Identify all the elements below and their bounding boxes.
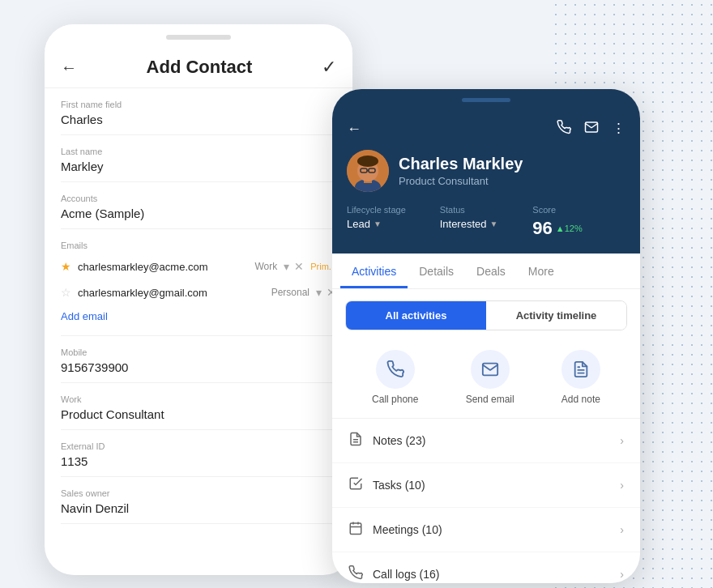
meetings-chevron: › bbox=[620, 523, 624, 536]
meetings-label: Meetings (10) bbox=[373, 523, 442, 536]
tab-details[interactable]: Details bbox=[408, 254, 465, 288]
right-phone-notch-bar bbox=[332, 89, 640, 110]
activity-timeline-button[interactable]: Activity timeline bbox=[486, 301, 626, 330]
mobile-field: Mobile 9156739900 bbox=[61, 336, 336, 383]
back-button[interactable]: ← bbox=[61, 58, 77, 77]
right-phone-notch bbox=[462, 98, 510, 102]
send-email-label: Send email bbox=[466, 394, 514, 405]
first-name-value[interactable]: Charles bbox=[61, 113, 336, 126]
add-contact-header: ← Add Contact ✓ bbox=[45, 50, 352, 88]
last-name-label: Last name bbox=[61, 147, 336, 156]
email-row-2: ☆ charlesmarkley@gmail.com Personal ▾ ✕ bbox=[61, 279, 336, 305]
phone-notch bbox=[166, 35, 231, 40]
tasks-chevron: › bbox=[620, 479, 624, 492]
email-address-2: charlesmarkley@gmail.com bbox=[78, 287, 262, 299]
more-icon[interactable]: ⋮ bbox=[612, 120, 625, 138]
activity-list: Notes (23) › Tasks (10) › Meetings (10) … bbox=[332, 419, 640, 583]
meetings-list-item[interactable]: Meetings (10) › bbox=[332, 508, 640, 552]
email-star-1[interactable]: ★ bbox=[61, 260, 71, 273]
confirm-button[interactable]: ✓ bbox=[322, 57, 336, 78]
add-email-button[interactable]: Add email bbox=[61, 305, 336, 327]
contact-info: Charles Markley Product Consultant bbox=[347, 150, 625, 192]
external-id-value[interactable]: 1135 bbox=[61, 454, 336, 468]
all-activities-button[interactable]: All activities bbox=[346, 301, 486, 330]
email-row-1: ★ charlesmarkley@acme.com Work ▾ ✕ Prim.… bbox=[61, 254, 336, 279]
mobile-label: Mobile bbox=[61, 347, 336, 357]
last-name-field: Last name Markley bbox=[61, 135, 336, 182]
add-note-action[interactable]: Add note bbox=[561, 350, 600, 405]
email-dropdown-2[interactable]: ▾ bbox=[316, 286, 322, 299]
email-star-2[interactable]: ☆ bbox=[61, 286, 71, 299]
tasks-list-item[interactable]: Tasks (10) › bbox=[332, 463, 640, 508]
call-logs-icon bbox=[348, 565, 363, 583]
contact-title: Product Consultant bbox=[399, 175, 523, 187]
email-address-1: charlesmarkley@acme.com bbox=[78, 261, 245, 273]
action-icons-bar: Call phone Send email Add note bbox=[332, 342, 640, 419]
add-contact-phone: ← Add Contact ✓ First name field Charles… bbox=[45, 24, 352, 575]
email-dropdown-1[interactable]: ▾ bbox=[284, 260, 289, 273]
tasks-icon bbox=[348, 476, 363, 494]
tab-deals[interactable]: Deals bbox=[465, 254, 517, 288]
avatar bbox=[347, 150, 389, 192]
last-name-value[interactable]: Markley bbox=[61, 160, 336, 173]
score-label: Score bbox=[532, 205, 625, 215]
contact-meta: Lifecycle stage Lead ▼ Status Interested… bbox=[347, 205, 625, 239]
score-value: 96 bbox=[532, 218, 552, 239]
email-type-1: Work bbox=[254, 261, 277, 272]
email-type-2: Personal bbox=[271, 287, 310, 298]
score-field: Score 96 ▲12% bbox=[532, 205, 625, 239]
contact-name: Charles Markley bbox=[399, 155, 523, 173]
status-dropdown-arrow[interactable]: ▼ bbox=[490, 219, 498, 228]
notes-chevron: › bbox=[620, 434, 624, 447]
call-logs-list-item[interactable]: Call logs (16) › bbox=[332, 552, 640, 583]
tab-activities[interactable]: Activities bbox=[340, 254, 408, 288]
lifecycle-stage: Lifecycle stage Lead ▼ bbox=[347, 205, 440, 239]
sales-owner-value[interactable]: Navin Denzil bbox=[61, 501, 336, 515]
status-field: Status Interested ▼ bbox=[440, 205, 533, 239]
accounts-field: Accounts Acme (Sample) bbox=[61, 182, 336, 229]
work-label: Work bbox=[61, 394, 336, 404]
lifecycle-value[interactable]: Lead ▼ bbox=[347, 218, 440, 230]
sales-owner-field: Sales owner Navin Denzil bbox=[61, 477, 336, 524]
email-icon[interactable] bbox=[584, 120, 599, 138]
send-email-action[interactable]: Send email bbox=[466, 350, 514, 405]
contact-header: ← ⋮ bbox=[332, 110, 640, 254]
add-note-icon-circle bbox=[561, 350, 600, 389]
first-name-label: First name field bbox=[61, 100, 336, 109]
tabs-bar: Activities Details Deals More bbox=[332, 254, 640, 289]
mobile-value[interactable]: 9156739900 bbox=[61, 360, 336, 374]
lifecycle-dropdown-arrow[interactable]: ▼ bbox=[374, 219, 382, 228]
contact-detail-phone: ← ⋮ bbox=[332, 89, 640, 583]
call-logs-label: Call logs (16) bbox=[373, 568, 439, 581]
send-email-icon-circle bbox=[471, 350, 510, 389]
call-logs-chevron: › bbox=[620, 568, 624, 581]
status-label: Status bbox=[440, 205, 533, 215]
work-field: Work Product Consultant bbox=[61, 383, 336, 430]
work-value[interactable]: Product Consultant bbox=[61, 407, 336, 421]
emails-label: Emails bbox=[61, 241, 336, 250]
contact-back-button[interactable]: ← bbox=[347, 121, 361, 138]
page-title: Add Contact bbox=[147, 57, 253, 78]
svg-rect-12 bbox=[350, 523, 361, 535]
status-value[interactable]: Interested ▼ bbox=[440, 218, 533, 230]
tab-more[interactable]: More bbox=[517, 254, 566, 288]
external-id-field: External ID 1135 bbox=[61, 430, 336, 477]
accounts-value[interactable]: Acme (Sample) bbox=[61, 207, 336, 220]
call-phone-icon-circle bbox=[376, 350, 415, 389]
score-change: ▲12% bbox=[556, 224, 583, 233]
call-phone-action[interactable]: Call phone bbox=[372, 350, 418, 405]
notes-list-item[interactable]: Notes (23) › bbox=[332, 419, 640, 463]
contact-name-section: Charles Markley Product Consultant bbox=[399, 155, 523, 187]
notes-label: Notes (23) bbox=[373, 434, 425, 447]
svg-point-4 bbox=[357, 156, 378, 167]
meetings-icon bbox=[348, 521, 363, 539]
phone-icon[interactable] bbox=[557, 120, 571, 138]
email-remove-1[interactable]: ✕ bbox=[294, 260, 304, 273]
external-id-label: External ID bbox=[61, 441, 336, 451]
add-note-label: Add note bbox=[561, 394, 600, 405]
contact-actions: ⋮ bbox=[557, 120, 625, 138]
sales-owner-label: Sales owner bbox=[61, 488, 336, 498]
emails-section: Emails ★ charlesmarkley@acme.com Work ▾ … bbox=[61, 229, 336, 336]
call-phone-label: Call phone bbox=[372, 394, 418, 405]
contact-top-bar: ← ⋮ bbox=[347, 120, 625, 138]
